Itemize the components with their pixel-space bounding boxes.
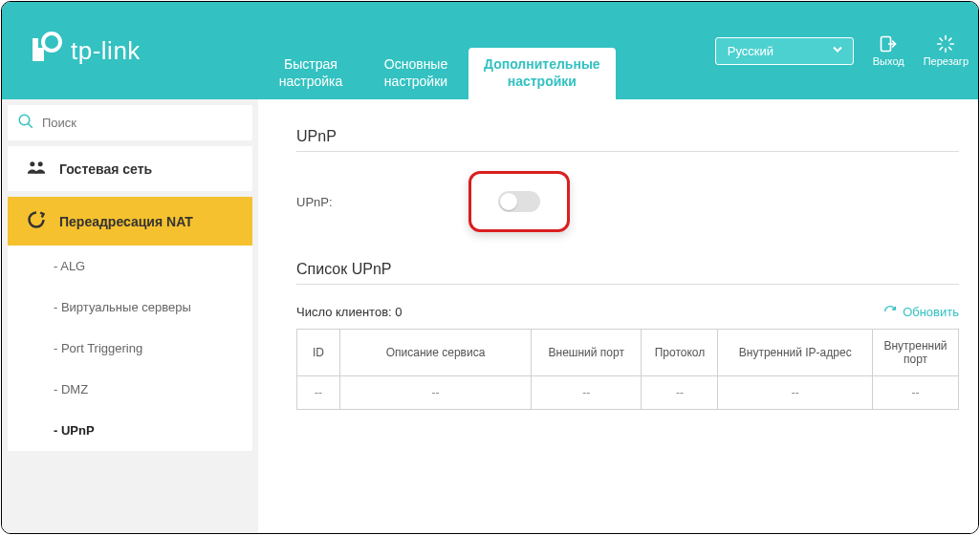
tab-quick-setup[interactable]: Быстрая настройка <box>258 48 363 99</box>
tab-advanced-settings[interactable]: Дополнительные настройки <box>468 48 616 99</box>
divider <box>296 151 959 152</box>
cell-empty: -- <box>873 376 959 410</box>
tplink-icon <box>31 31 63 71</box>
highlight-box <box>468 171 570 232</box>
upnp-label: UPnP: <box>296 195 430 209</box>
sidebar-sub-alg[interactable]: - ALG <box>8 246 252 287</box>
refresh-label: Обновить <box>903 305 959 319</box>
sidebar-label: Переадресация NAT <box>59 214 193 229</box>
brand-text: tp-link <box>71 36 141 66</box>
col-proto: Протокол <box>642 330 718 376</box>
sidebar: Гостевая сеть Переадресация NAT - ALG - … <box>2 99 258 533</box>
table-header-row: ID Описание сервиса Внешний порт Протоко… <box>297 330 959 376</box>
chevron-down-icon <box>832 44 843 58</box>
reboot-label: Перезагр <box>924 55 969 67</box>
col-desc: Описание сервиса <box>340 330 532 376</box>
cell-empty: -- <box>718 376 873 410</box>
toggle-knob <box>500 193 517 210</box>
col-int-port: Внутренний порт <box>873 330 959 376</box>
list-header: Число клиентов: 0 Обновить <box>296 304 959 319</box>
content-area: UPnP UPnP: Список UPnP Число клиентов: 0… <box>258 99 978 533</box>
main-tabs: Быстрая настройка Основные настройки Доп… <box>258 2 616 99</box>
logout-button[interactable]: Выход <box>873 34 904 67</box>
cell-empty: -- <box>297 376 340 410</box>
upnp-toggle-row: UPnP: <box>296 171 959 232</box>
logout-label: Выход <box>873 55 904 67</box>
cell-empty: -- <box>532 376 642 410</box>
svg-line-7 <box>949 48 951 50</box>
users-icon <box>27 160 46 178</box>
svg-point-15 <box>38 161 43 166</box>
svg-point-12 <box>19 115 30 125</box>
sidebar-sub-dmz[interactable]: - DMZ <box>8 369 252 410</box>
reboot-button[interactable]: Перезагр <box>924 34 969 67</box>
svg-rect-2 <box>33 38 38 61</box>
clients-count: Число клиентов: 0 <box>296 305 403 319</box>
tab-basic-settings[interactable]: Основные настройки <box>363 48 468 99</box>
forwarding-icon <box>27 210 46 232</box>
logout-icon <box>879 34 898 54</box>
sidebar-item-guest-network[interactable]: Гостевая сеть <box>8 146 252 191</box>
refresh-icon <box>882 304 898 319</box>
col-int-ip: Внутренний IP-адрес <box>718 330 873 376</box>
section-title-upnp-list: Список UPnP <box>296 261 959 278</box>
sidebar-sub-port-triggering[interactable]: - Port Triggering <box>8 328 252 369</box>
spinner-icon <box>936 34 955 54</box>
language-value: Русский <box>728 44 773 58</box>
svg-line-6 <box>940 38 942 40</box>
search-input[interactable] <box>42 116 243 130</box>
svg-point-0 <box>43 33 60 51</box>
sidebar-label: Гостевая сеть <box>59 161 152 177</box>
svg-line-11 <box>949 38 951 40</box>
sidebar-item-nat-forwarding[interactable]: Переадресация NAT <box>8 197 252 246</box>
table-row: -- -- -- -- -- -- <box>297 376 959 410</box>
upnp-table: ID Описание сервиса Внешний порт Протоко… <box>296 329 959 410</box>
sidebar-sub-upnp[interactable]: - UPnP <box>8 410 252 451</box>
brand-logo: tp-link <box>31 31 141 71</box>
logo-area: tp-link <box>2 2 258 99</box>
language-select[interactable]: Русский <box>715 37 854 65</box>
col-ext-port: Внешний порт <box>532 330 642 376</box>
svg-line-10 <box>940 48 942 50</box>
search-box[interactable] <box>8 105 252 140</box>
header: tp-link Быстрая настройка Основные настр… <box>2 2 978 99</box>
svg-point-14 <box>30 161 34 166</box>
cell-empty: -- <box>340 376 532 410</box>
search-icon <box>17 113 34 133</box>
section-title-upnp: UPnP <box>296 128 959 145</box>
divider <box>296 284 959 285</box>
svg-line-13 <box>28 123 33 128</box>
col-id: ID <box>297 330 340 376</box>
upnp-toggle[interactable] <box>498 191 540 212</box>
sidebar-sub-virtual-servers[interactable]: - Виртуальные серверы <box>8 287 252 328</box>
refresh-button[interactable]: Обновить <box>882 304 959 319</box>
cell-empty: -- <box>642 376 718 410</box>
